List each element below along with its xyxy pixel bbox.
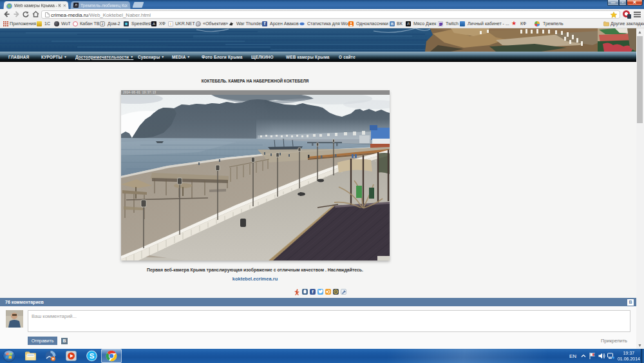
svg-text:2014-06-01 19:37:13: 2014-06-01 19:37:13 [123, 91, 156, 94]
svg-text:S: S [90, 352, 95, 360]
